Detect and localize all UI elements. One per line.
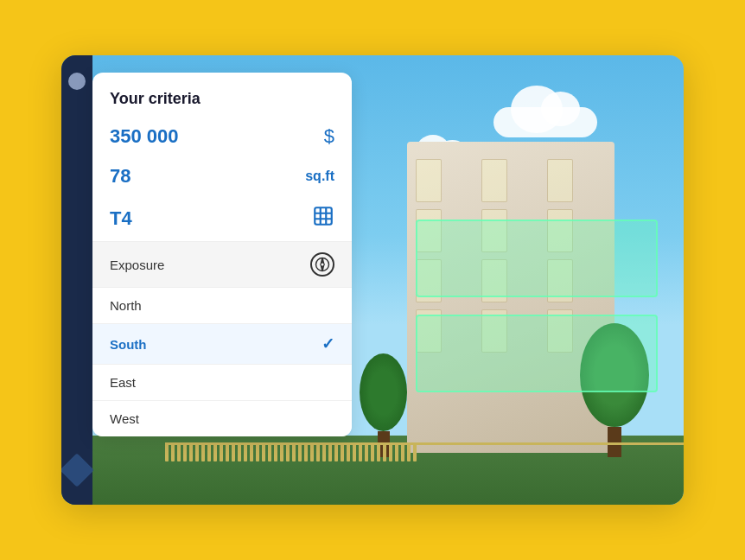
strip-diamond: [61, 453, 94, 487]
svg-marker-7: [322, 266, 324, 271]
option-west[interactable]: West: [92, 401, 352, 436]
option-north-label: North: [110, 298, 142, 313]
building-icon: [312, 205, 334, 232]
option-north[interactable]: North: [92, 288, 352, 324]
compass-icon: [310, 252, 334, 277]
highlight-floor-upper: [416, 220, 658, 297]
dropdown-options: North South ✓ East West: [92, 288, 352, 436]
dollar-icon: $: [324, 125, 334, 148]
price-value: 350 000: [110, 125, 179, 148]
area-row: 78 sq.ft: [92, 156, 352, 196]
criteria-header: Your criteria: [92, 73, 352, 117]
exposure-label: Exposure: [110, 258, 164, 272]
area-unit: sq.ft: [305, 169, 334, 184]
option-east[interactable]: East: [92, 365, 352, 401]
option-south[interactable]: South ✓: [92, 324, 352, 365]
criteria-title: Your criteria: [110, 90, 334, 108]
svg-rect-0: [315, 207, 332, 225]
fence: [165, 436, 684, 461]
type-row: T4: [92, 196, 352, 241]
exposure-dropdown[interactable]: Exposure: [92, 241, 352, 288]
check-icon: ✓: [322, 334, 334, 353]
option-west-label: West: [110, 411, 139, 426]
highlight-floor-lower: [416, 315, 658, 392]
main-card: Your criteria 350 000 $ 78 sq.ft T4: [61, 55, 684, 505]
side-strip: [61, 55, 92, 505]
type-value: T4: [110, 207, 132, 230]
strip-circle: [68, 73, 86, 90]
area-value: 78: [110, 165, 131, 188]
option-east-label: East: [110, 375, 136, 390]
criteria-panel: Your criteria 350 000 $ 78 sq.ft T4: [92, 73, 352, 436]
option-south-label: South: [110, 337, 147, 352]
cloud-1: [493, 107, 597, 137]
svg-marker-6: [322, 258, 324, 264]
price-row: 350 000 $: [92, 117, 352, 156]
